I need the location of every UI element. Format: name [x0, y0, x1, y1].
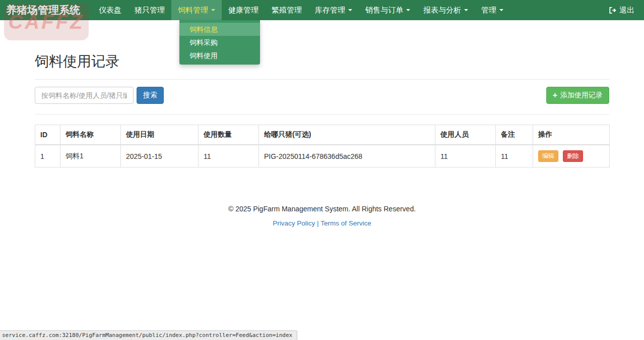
copyright-text: © 2025 PigFarm Management System. All Ri…	[35, 205, 609, 213]
browser-status-url: service.caffz.com:32180/PigFarmManagemen…	[0, 330, 297, 340]
logout-button[interactable]: 退出	[607, 0, 636, 20]
nav-item-health-management[interactable]: 健康管理	[222, 0, 265, 20]
search-button[interactable]: 搜索	[137, 87, 164, 104]
feed-usage-table: ID 饲料名称 使用日期 使用数量 给哪只猪(可选) 使用人员 备注 操作 1 …	[35, 125, 610, 167]
nav-item-pig-management[interactable]: 猪只管理	[128, 0, 171, 20]
cell-id: 1	[35, 145, 60, 167]
main-content: 饲料使用记录 搜索 + 添加使用记录 ID 饲料名称 使用日期 使用数量 给哪只…	[35, 52, 609, 227]
column-header-feed-name: 饲料名称	[60, 125, 121, 145]
add-usage-record-label: 添加使用记录	[560, 91, 603, 100]
dropdown-item-feed-info[interactable]: 饲料信息	[179, 23, 260, 36]
toolbar: 搜索 + 添加使用记录	[35, 87, 609, 104]
search-input[interactable]	[35, 87, 134, 104]
privacy-policy-link[interactable]: Privacy Policy	[273, 219, 315, 227]
toolbar-divider	[35, 114, 609, 115]
nav-item-dashboard[interactable]: 仪表盘	[92, 0, 128, 20]
page-footer: © 2025 PigFarm Management System. All Ri…	[35, 205, 609, 227]
nav-item-feed-management[interactable]: 饲料管理	[171, 0, 222, 20]
nav-label: 饲料管理	[178, 6, 208, 15]
title-divider	[35, 79, 609, 80]
dropdown-item-feed-usage[interactable]: 饲料使用	[179, 49, 260, 62]
nav-item-sales-orders[interactable]: 销售与订单	[359, 0, 417, 20]
cell-note: 11	[496, 145, 533, 167]
chevron-down-icon	[464, 9, 468, 11]
dropdown-item-feed-purchase[interactable]: 饲料采购	[179, 36, 260, 49]
column-header-user: 使用人员	[435, 125, 496, 145]
table-row: 1 饲料1 2025-01-15 11 PIG-20250114-678636d…	[35, 145, 610, 167]
chevron-down-icon	[211, 9, 215, 11]
column-header-id: ID	[35, 125, 60, 145]
nav-label: 管理	[481, 6, 496, 15]
nav-label: 繁殖管理	[272, 6, 302, 15]
app-brand[interactable]: 养猪场管理系统	[6, 0, 80, 20]
nav-item-inventory-management[interactable]: 库存管理	[308, 0, 359, 20]
nav-label: 报表与分析	[423, 6, 461, 15]
table-header-row: ID 饲料名称 使用日期 使用数量 给哪只猪(可选) 使用人员 备注 操作	[35, 125, 610, 145]
top-navbar: 养猪场管理系统 仪表盘 猪只管理 饲料管理 健康管理 繁殖管理 库存管理 销售与…	[0, 0, 644, 20]
nav-label: 仪表盘	[99, 6, 121, 15]
nav-label: 库存管理	[315, 6, 345, 15]
nav-label: 健康管理	[228, 6, 259, 15]
nav-item-breeding-management[interactable]: 繁殖管理	[265, 0, 308, 20]
nav-label: 销售与订单	[365, 6, 403, 15]
page-title: 饲料使用记录	[35, 52, 609, 71]
cell-quantity: 11	[199, 145, 259, 167]
terms-of-service-link[interactable]: Terms of Service	[320, 219, 371, 227]
chevron-down-icon	[348, 9, 352, 11]
delete-button[interactable]: 删除	[563, 150, 583, 162]
plus-icon: +	[553, 91, 557, 99]
column-header-note: 备注	[496, 125, 533, 145]
cell-actions: 编辑 删除	[533, 145, 610, 167]
link-separator: |	[317, 219, 319, 227]
footer-links: Privacy Policy | Terms of Service	[35, 219, 609, 227]
logout-icon	[609, 7, 616, 14]
column-header-use-date: 使用日期	[121, 125, 199, 145]
cell-feed-name: 饲料1	[60, 145, 121, 167]
edit-button[interactable]: 编辑	[538, 150, 558, 162]
nav-item-admin[interactable]: 管理	[475, 0, 510, 20]
cell-use-date: 2025-01-15	[121, 145, 199, 167]
chevron-down-icon	[406, 9, 410, 11]
chevron-down-icon	[499, 9, 503, 11]
column-header-pig: 给哪只猪(可选)	[259, 125, 435, 145]
cell-user: 11	[435, 145, 496, 167]
logout-label: 退出	[619, 6, 634, 15]
nav-label: 猪只管理	[135, 6, 165, 15]
column-header-quantity: 使用数量	[199, 125, 259, 145]
cell-pig-id: PIG-20250114-678636d5ac268	[259, 145, 435, 167]
add-usage-record-button[interactable]: + 添加使用记录	[546, 87, 609, 104]
column-header-actions: 操作	[533, 125, 610, 145]
feed-management-dropdown: 饲料信息 饲料采购 饲料使用	[179, 20, 260, 65]
nav-item-reports-analytics[interactable]: 报表与分析	[417, 0, 475, 20]
